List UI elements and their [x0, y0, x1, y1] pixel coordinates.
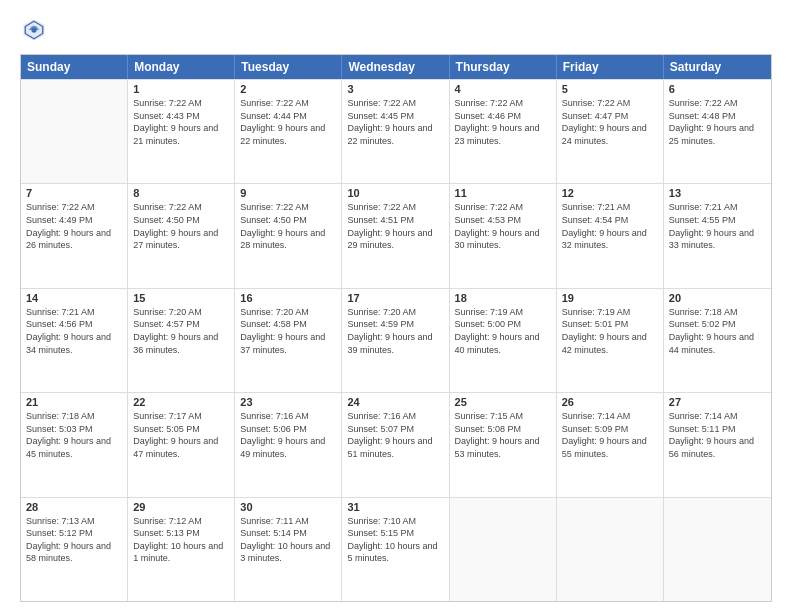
day-number: 4 [455, 83, 551, 95]
day-info: Sunrise: 7:12 AM Sunset: 5:13 PM Dayligh… [133, 515, 229, 565]
calendar-body: 1Sunrise: 7:22 AM Sunset: 4:43 PM Daylig… [21, 79, 771, 601]
day-info: Sunrise: 7:20 AM Sunset: 4:59 PM Dayligh… [347, 306, 443, 356]
day-number: 12 [562, 187, 658, 199]
calendar-row-2: 7Sunrise: 7:22 AM Sunset: 4:49 PM Daylig… [21, 183, 771, 287]
header-day-monday: Monday [128, 55, 235, 79]
day-number: 27 [669, 396, 766, 408]
day-cell-12: 12Sunrise: 7:21 AM Sunset: 4:54 PM Dayli… [557, 184, 664, 287]
calendar-header: SundayMondayTuesdayWednesdayThursdayFrid… [21, 55, 771, 79]
day-number: 5 [562, 83, 658, 95]
day-number: 25 [455, 396, 551, 408]
day-info: Sunrise: 7:22 AM Sunset: 4:50 PM Dayligh… [240, 201, 336, 251]
day-info: Sunrise: 7:18 AM Sunset: 5:02 PM Dayligh… [669, 306, 766, 356]
day-cell-7: 7Sunrise: 7:22 AM Sunset: 4:49 PM Daylig… [21, 184, 128, 287]
header-day-tuesday: Tuesday [235, 55, 342, 79]
day-info: Sunrise: 7:20 AM Sunset: 4:57 PM Dayligh… [133, 306, 229, 356]
day-cell-2: 2Sunrise: 7:22 AM Sunset: 4:44 PM Daylig… [235, 80, 342, 183]
header [20, 16, 772, 44]
day-number: 29 [133, 501, 229, 513]
header-day-saturday: Saturday [664, 55, 771, 79]
day-info: Sunrise: 7:22 AM Sunset: 4:50 PM Dayligh… [133, 201, 229, 251]
day-info: Sunrise: 7:22 AM Sunset: 4:45 PM Dayligh… [347, 97, 443, 147]
day-cell-3: 3Sunrise: 7:22 AM Sunset: 4:45 PM Daylig… [342, 80, 449, 183]
page: SundayMondayTuesdayWednesdayThursdayFrid… [0, 0, 792, 612]
day-number: 14 [26, 292, 122, 304]
day-cell-16: 16Sunrise: 7:20 AM Sunset: 4:58 PM Dayli… [235, 289, 342, 392]
day-info: Sunrise: 7:11 AM Sunset: 5:14 PM Dayligh… [240, 515, 336, 565]
day-info: Sunrise: 7:13 AM Sunset: 5:12 PM Dayligh… [26, 515, 122, 565]
day-info: Sunrise: 7:22 AM Sunset: 4:46 PM Dayligh… [455, 97, 551, 147]
day-number: 23 [240, 396, 336, 408]
day-number: 16 [240, 292, 336, 304]
calendar: SundayMondayTuesdayWednesdayThursdayFrid… [20, 54, 772, 602]
day-number: 9 [240, 187, 336, 199]
header-day-sunday: Sunday [21, 55, 128, 79]
day-cell-27: 27Sunrise: 7:14 AM Sunset: 5:11 PM Dayli… [664, 393, 771, 496]
day-number: 6 [669, 83, 766, 95]
day-cell-10: 10Sunrise: 7:22 AM Sunset: 4:51 PM Dayli… [342, 184, 449, 287]
day-number: 31 [347, 501, 443, 513]
calendar-row-5: 28Sunrise: 7:13 AM Sunset: 5:12 PM Dayli… [21, 497, 771, 601]
day-info: Sunrise: 7:21 AM Sunset: 4:54 PM Dayligh… [562, 201, 658, 251]
day-cell-24: 24Sunrise: 7:16 AM Sunset: 5:07 PM Dayli… [342, 393, 449, 496]
day-cell-1: 1Sunrise: 7:22 AM Sunset: 4:43 PM Daylig… [128, 80, 235, 183]
header-day-friday: Friday [557, 55, 664, 79]
day-cell-11: 11Sunrise: 7:22 AM Sunset: 4:53 PM Dayli… [450, 184, 557, 287]
day-info: Sunrise: 7:10 AM Sunset: 5:15 PM Dayligh… [347, 515, 443, 565]
day-cell-13: 13Sunrise: 7:21 AM Sunset: 4:55 PM Dayli… [664, 184, 771, 287]
day-number: 7 [26, 187, 122, 199]
day-cell-9: 9Sunrise: 7:22 AM Sunset: 4:50 PM Daylig… [235, 184, 342, 287]
svg-point-2 [31, 27, 36, 32]
day-cell-empty [450, 498, 557, 601]
day-number: 3 [347, 83, 443, 95]
day-cell-23: 23Sunrise: 7:16 AM Sunset: 5:06 PM Dayli… [235, 393, 342, 496]
day-info: Sunrise: 7:17 AM Sunset: 5:05 PM Dayligh… [133, 410, 229, 460]
day-info: Sunrise: 7:16 AM Sunset: 5:07 PM Dayligh… [347, 410, 443, 460]
day-info: Sunrise: 7:15 AM Sunset: 5:08 PM Dayligh… [455, 410, 551, 460]
day-cell-15: 15Sunrise: 7:20 AM Sunset: 4:57 PM Dayli… [128, 289, 235, 392]
day-number: 24 [347, 396, 443, 408]
day-number: 20 [669, 292, 766, 304]
day-number: 13 [669, 187, 766, 199]
day-number: 30 [240, 501, 336, 513]
day-info: Sunrise: 7:22 AM Sunset: 4:49 PM Dayligh… [26, 201, 122, 251]
day-info: Sunrise: 7:16 AM Sunset: 5:06 PM Dayligh… [240, 410, 336, 460]
day-info: Sunrise: 7:14 AM Sunset: 5:09 PM Dayligh… [562, 410, 658, 460]
day-number: 28 [26, 501, 122, 513]
day-cell-26: 26Sunrise: 7:14 AM Sunset: 5:09 PM Dayli… [557, 393, 664, 496]
day-number: 2 [240, 83, 336, 95]
day-cell-20: 20Sunrise: 7:18 AM Sunset: 5:02 PM Dayli… [664, 289, 771, 392]
day-info: Sunrise: 7:22 AM Sunset: 4:44 PM Dayligh… [240, 97, 336, 147]
day-info: Sunrise: 7:21 AM Sunset: 4:56 PM Dayligh… [26, 306, 122, 356]
day-cell-17: 17Sunrise: 7:20 AM Sunset: 4:59 PM Dayli… [342, 289, 449, 392]
day-info: Sunrise: 7:22 AM Sunset: 4:43 PM Dayligh… [133, 97, 229, 147]
day-number: 10 [347, 187, 443, 199]
day-number: 1 [133, 83, 229, 95]
logo [20, 16, 52, 44]
day-info: Sunrise: 7:22 AM Sunset: 4:47 PM Dayligh… [562, 97, 658, 147]
day-cell-empty [21, 80, 128, 183]
day-cell-21: 21Sunrise: 7:18 AM Sunset: 5:03 PM Dayli… [21, 393, 128, 496]
day-info: Sunrise: 7:22 AM Sunset: 4:48 PM Dayligh… [669, 97, 766, 147]
day-number: 18 [455, 292, 551, 304]
calendar-row-3: 14Sunrise: 7:21 AM Sunset: 4:56 PM Dayli… [21, 288, 771, 392]
day-cell-8: 8Sunrise: 7:22 AM Sunset: 4:50 PM Daylig… [128, 184, 235, 287]
day-cell-empty [557, 498, 664, 601]
day-info: Sunrise: 7:20 AM Sunset: 4:58 PM Dayligh… [240, 306, 336, 356]
logo-icon [20, 16, 48, 44]
day-cell-25: 25Sunrise: 7:15 AM Sunset: 5:08 PM Dayli… [450, 393, 557, 496]
day-cell-19: 19Sunrise: 7:19 AM Sunset: 5:01 PM Dayli… [557, 289, 664, 392]
day-number: 11 [455, 187, 551, 199]
day-cell-empty [664, 498, 771, 601]
day-number: 17 [347, 292, 443, 304]
day-number: 8 [133, 187, 229, 199]
day-cell-14: 14Sunrise: 7:21 AM Sunset: 4:56 PM Dayli… [21, 289, 128, 392]
day-cell-4: 4Sunrise: 7:22 AM Sunset: 4:46 PM Daylig… [450, 80, 557, 183]
calendar-row-1: 1Sunrise: 7:22 AM Sunset: 4:43 PM Daylig… [21, 79, 771, 183]
day-info: Sunrise: 7:22 AM Sunset: 4:53 PM Dayligh… [455, 201, 551, 251]
header-day-wednesday: Wednesday [342, 55, 449, 79]
day-cell-18: 18Sunrise: 7:19 AM Sunset: 5:00 PM Dayli… [450, 289, 557, 392]
day-cell-6: 6Sunrise: 7:22 AM Sunset: 4:48 PM Daylig… [664, 80, 771, 183]
calendar-row-4: 21Sunrise: 7:18 AM Sunset: 5:03 PM Dayli… [21, 392, 771, 496]
day-info: Sunrise: 7:22 AM Sunset: 4:51 PM Dayligh… [347, 201, 443, 251]
